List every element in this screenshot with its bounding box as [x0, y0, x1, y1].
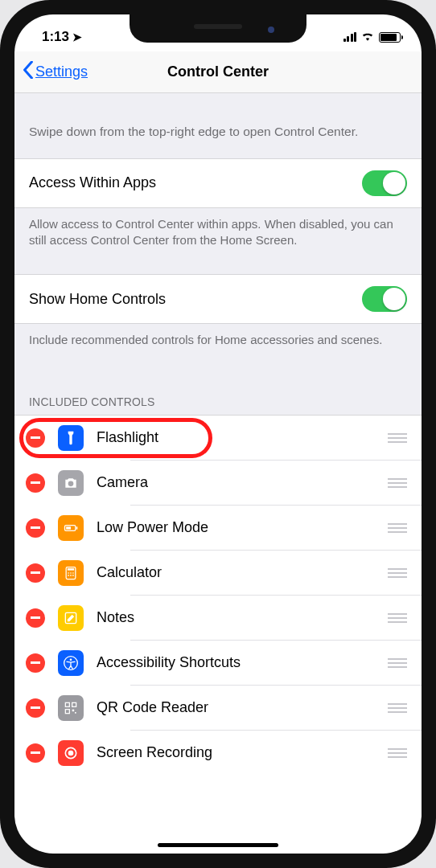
list-item-camera: Camera: [14, 461, 422, 506]
notch: [130, 14, 306, 43]
chevron-left-icon: [23, 61, 34, 83]
svg-rect-14: [65, 702, 69, 706]
remove-button-calculator[interactable]: [26, 563, 45, 583]
reorder-handle[interactable]: [388, 658, 407, 668]
battery-icon: [379, 32, 401, 43]
remove-button-low-power[interactable]: [26, 518, 45, 538]
svg-point-20: [68, 750, 74, 755]
reorder-handle[interactable]: [388, 613, 407, 623]
list-label: QR Code Reader: [97, 699, 388, 716]
svg-rect-4: [68, 568, 74, 571]
record-icon: [58, 740, 84, 766]
list-label: Camera: [97, 474, 388, 491]
reorder-handle[interactable]: [388, 523, 407, 533]
status-time: 1:13: [42, 29, 69, 45]
reorder-handle[interactable]: [388, 748, 407, 758]
list-label: Screen Recording: [97, 744, 388, 761]
toggle-access-within-apps[interactable]: [362, 170, 407, 196]
wifi-icon: [360, 29, 375, 45]
svg-rect-17: [72, 709, 75, 711]
list-item-qr-code: QR Code Reader: [14, 686, 422, 731]
notes-icon: [58, 605, 84, 631]
intro-text: Swipe down from the top-right edge to op…: [14, 93, 422, 158]
svg-point-8: [68, 575, 69, 576]
location-icon: ➤: [72, 31, 82, 43]
remove-button-screen-recording[interactable]: [26, 743, 45, 763]
toggle-show-home-controls[interactable]: [362, 286, 407, 312]
svg-rect-18: [75, 712, 76, 714]
nav-header: Settings Control Center: [14, 51, 422, 93]
row-label: Show Home Controls: [29, 291, 362, 308]
accessibility-icon: [58, 650, 84, 676]
home-indicator[interactable]: [158, 843, 278, 847]
svg-point-13: [70, 658, 72, 661]
reorder-handle[interactable]: [388, 478, 407, 488]
flashlight-icon: [58, 425, 84, 451]
list-item-notes: Notes: [14, 596, 422, 641]
remove-button-qr[interactable]: [26, 698, 45, 718]
footer-access-within-apps: Allow access to Control Center within ap…: [14, 208, 422, 275]
svg-point-9: [70, 575, 72, 576]
screen: 1:13 ➤ Settings Control Center: [14, 14, 422, 854]
back-label: Settings: [35, 63, 88, 80]
cellular-icon: [343, 32, 357, 42]
svg-point-5: [68, 572, 69, 574]
remove-button-accessibility[interactable]: [26, 653, 45, 673]
reorder-handle[interactable]: [388, 433, 407, 443]
back-button[interactable]: Settings: [23, 61, 88, 83]
svg-point-10: [72, 575, 74, 576]
svg-rect-2: [76, 526, 78, 529]
row-access-within-apps: Access Within Apps: [14, 158, 422, 208]
svg-rect-16: [65, 709, 69, 713]
svg-point-7: [72, 572, 74, 574]
list-label: Calculator: [97, 564, 388, 581]
list-item-low-power-mode: Low Power Mode: [14, 506, 422, 551]
included-controls-list: Flashlight Camera: [14, 415, 422, 776]
row-label: Access Within Apps: [29, 174, 362, 191]
list-item-accessibility: Accessibility Shortcuts: [14, 641, 422, 686]
phone-frame: 1:13 ➤ Settings Control Center: [0, 0, 436, 868]
reorder-handle[interactable]: [388, 703, 407, 713]
included-controls-header: INCLUDED CONTROLS: [14, 375, 422, 415]
list-item-screen-recording: Screen Recording: [14, 731, 422, 776]
list-label: Notes: [97, 609, 388, 626]
list-item-calculator: Calculator: [14, 551, 422, 596]
qr-icon: [58, 695, 84, 721]
list-label: Accessibility Shortcuts: [97, 654, 388, 671]
remove-button-notes[interactable]: [26, 608, 45, 628]
calculator-icon: [58, 560, 84, 586]
list-label: Flashlight: [97, 429, 388, 446]
settings-list[interactable]: Swipe down from the top-right edge to op…: [14, 93, 422, 776]
row-show-home-controls: Show Home Controls: [14, 274, 422, 324]
list-item-flashlight: Flashlight: [14, 416, 422, 461]
remove-button-camera[interactable]: [26, 473, 45, 493]
footer-show-home-controls: Include recommended controls for Home ac…: [14, 324, 422, 374]
battery-icon: [58, 515, 84, 541]
svg-rect-1: [66, 526, 71, 529]
camera-icon: [58, 470, 84, 496]
svg-point-6: [70, 572, 72, 574]
reorder-handle[interactable]: [388, 568, 407, 578]
list-label: Low Power Mode: [97, 519, 388, 536]
remove-button-flashlight[interactable]: [26, 428, 45, 448]
svg-rect-15: [72, 702, 76, 706]
